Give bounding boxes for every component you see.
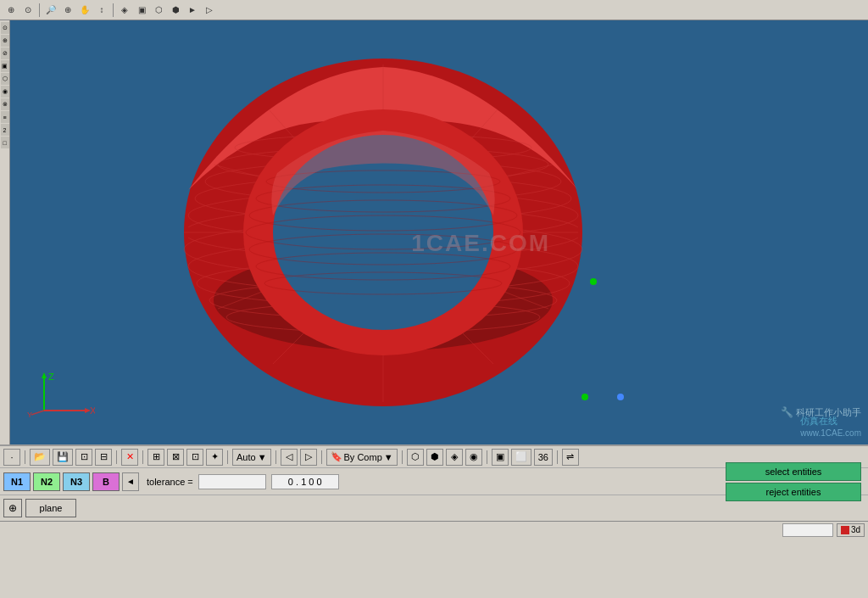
by-comp-icon: 🔖 [331,451,342,462]
separator-1 [39,3,40,17]
auto-dropdown[interactable]: Auto ▼ [232,449,271,466]
cmd-icon-num[interactable]: 36 [534,449,553,466]
brand-sub: 仿真在线 www.1CAE.com [800,415,861,438]
cmd-icon-j[interactable]: ⬜ [511,449,531,466]
cmd-icon-b[interactable]: ⊠ [167,449,184,466]
toolbar-icon-11[interactable]: ► [185,3,200,18]
toolbar-icon-7[interactable]: ◈ [117,3,132,18]
svg-point-38 [590,278,597,285]
separator-2 [113,3,114,17]
arrow-button[interactable]: ◄ [122,472,139,491]
viewport[interactable]: 1CAE.COM Z X Y 🔧 [10,20,868,444]
toolbar-icon-12[interactable]: ▷ [202,3,217,18]
by-comp-arrow: ▼ [384,452,393,462]
cmd-icon-a[interactable]: ⊞ [147,449,164,466]
sep-cmd-3 [142,450,143,464]
cmd-icon-mesh[interactable]: ⊡ [75,449,92,466]
toolbar-icon-3[interactable]: 🔎 [43,3,58,18]
sep-cmd-8 [487,450,487,464]
svg-line-43 [31,411,44,415]
select-reject-area: select entities reject entities [726,462,861,501]
svg-point-37 [617,394,624,400]
b-button[interactable]: B [92,472,120,491]
auto-arrow: ▼ [258,452,267,462]
toolbar-icon-9[interactable]: ⬡ [151,3,166,18]
tolerance-input[interactable] [198,474,266,489]
auto-label: Auto [236,452,256,462]
svg-marker-40 [42,372,47,378]
nodes-tolerance-row: N1 N2 N3 B ◄ tolerance = select entities… [0,468,868,495]
toolbar-icon-1[interactable]: ⊕ [3,3,19,18]
y-axis-label: Y [27,411,32,419]
by-comp-dropdown[interactable]: 🔖 By Comp ▼ [326,449,398,466]
cmd-icon-nav1[interactable]: ◁ [281,449,298,466]
cmd-icon-k[interactable]: ⇌ [562,449,579,466]
status-3d-label: 3d [851,525,860,534]
toolbar-icon-10[interactable]: ⬢ [168,3,183,18]
cmd-icon-mesh2[interactable]: ⊟ [95,449,112,466]
toolbar-icon-2[interactable]: ⊙ [20,3,36,18]
sep-cmd-1 [25,450,25,464]
sep-cmd-4 [227,450,228,464]
cmd-icon-h[interactable]: ◉ [465,449,482,466]
brand-url: www.1CAE.com [800,428,861,438]
sep-cmd-2 [116,450,117,464]
tolerance-value-input[interactable] [271,474,339,489]
toolbar-icon-6[interactable]: ↕ [94,3,109,18]
torus-svg [120,46,646,419]
plane-symbol[interactable]: ⊕ [3,499,22,517]
reject-entities-button[interactable]: reject entities [726,483,861,501]
status-3d-display: 3d [837,523,865,537]
cmd-icon-i[interactable]: ▣ [492,449,509,466]
brand-name: 科研工作小助手 [796,407,861,417]
status-red-indicator [841,526,849,534]
cmd-icon-nav2[interactable]: ▷ [300,449,317,466]
viewport-wrapper: 1CAE.COM Z X Y 🔧 [0,20,868,598]
toolbar-icon-4[interactable]: ⊕ [60,3,75,18]
cmd-icon-f[interactable]: ⬢ [426,449,443,466]
brand-watermark: 🔧 科研工作小助手 [781,406,861,419]
brand-sub-text: 仿真在线 [800,416,837,426]
cmd-icon-d[interactable]: ✦ [206,449,223,466]
cmd-icon-dot[interactable]: · [3,449,20,466]
svg-point-36 [581,394,588,400]
main-wrapper: ⊙ ⊕ ⊘ ▣ ⬡ ◉ ⊗ ≡ 2 □ [0,20,868,598]
sep-cmd-6 [321,450,322,464]
tolerance-label: tolerance = [147,477,193,487]
tolerance-row: tolerance = [142,474,723,489]
cmd-x-button[interactable]: ✕ [121,449,138,466]
bottom-area: · 📂 💾 ⊡ ⊟ ✕ ⊞ ⊠ ⊡ ✦ Auto ▼ ◁ [0,444,868,598]
cmd-icon-save[interactable]: 💾 [53,449,73,466]
axis-indicator: Z X Y [27,368,95,419]
toolbar-icon-8[interactable]: ▣ [134,3,149,18]
n3-button[interactable]: N3 [63,472,90,491]
x-axis-label: X [90,405,95,416]
by-comp-label: By Comp [344,452,382,462]
top-toolbar: ⊕ ⊙ 🔎 ⊕ ✋ ↕ ◈ ▣ ⬡ ⬢ ► ▷ [0,0,868,20]
n1-button[interactable]: N1 [3,472,31,491]
torus-container [95,37,671,428]
cmd-icon-e[interactable]: ⬡ [407,449,424,466]
cmd-icon-c[interactable]: ⊡ [186,449,203,466]
plane-button[interactable]: plane [25,499,76,517]
select-entities-button[interactable]: select entities [726,462,861,481]
n2-button[interactable]: N2 [33,472,60,491]
brand-icon: 🔧 [781,406,796,418]
sep-cmd-5 [275,450,276,464]
cmd-icon-open[interactable]: 📂 [30,449,50,466]
toolbar-icon-5[interactable]: ✋ [77,3,92,18]
z-axis-label: Z [48,372,54,382]
sep-cmd-7 [402,450,403,464]
status-empty-box [782,523,833,537]
status-bar: 3d [0,521,868,538]
cmd-icon-g[interactable]: ◈ [446,449,463,466]
sep-cmd-9 [557,450,558,464]
